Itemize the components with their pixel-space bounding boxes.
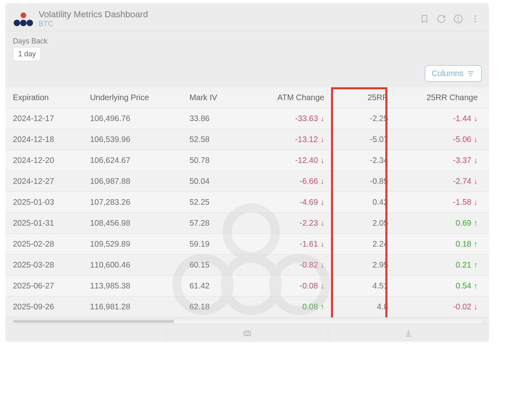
page-title: Volatility Metrics Dashboard [39, 9, 420, 20]
controls-bar: Days Back 1 day [6, 31, 489, 65]
cell: 4.51 [335, 276, 402, 296]
volatility-table: Expiration Underlying Price Mark IV ATM … [6, 87, 489, 317]
table-row[interactable]: 2025-06-27113,985.3861.42-0.084.510.54 [6, 276, 489, 296]
cell: -0.02 [402, 296, 489, 317]
cell: 0.08 [257, 296, 336, 317]
table-row[interactable]: 2024-12-27106,987.8850.04-6.66-0.85-2.74 [6, 171, 489, 192]
table-row[interactable]: 2024-12-17106,496.7633.86-33.63-2.25-1.4… [6, 108, 489, 129]
cell: 62.18 [182, 296, 257, 317]
cell: -2.25 [335, 108, 402, 129]
download-button[interactable] [328, 324, 489, 342]
footer-left [6, 324, 167, 342]
more-menu-icon[interactable] [470, 14, 480, 24]
table-row[interactable]: 2024-12-20106,624.6750.78-12.40-2.34-3.3… [6, 150, 489, 171]
cell: 61.42 [182, 276, 257, 296]
cell: -5.06 [402, 129, 489, 150]
svg-point-2 [20, 20, 27, 26]
cell: 2.24 [335, 234, 402, 255]
cell: 2.95 [335, 255, 402, 276]
asset-subtitle: BTC [39, 20, 420, 28]
svg-point-17 [246, 332, 248, 335]
cell: 2025-09-26 [6, 296, 83, 317]
footer-toolbar [6, 324, 489, 342]
cell: 106,624.67 [83, 150, 182, 171]
refresh-icon[interactable] [437, 14, 446, 24]
cell: -13.12 [257, 129, 336, 150]
alert-icon[interactable] [453, 14, 463, 24]
cell: 2025-06-27 [6, 276, 83, 296]
cell: 106,539.96 [83, 129, 182, 150]
cell: 0.54 [402, 276, 489, 296]
screenshot-button[interactable] [167, 324, 328, 342]
cell: -1.61 [257, 234, 336, 255]
cell: 107,283.26 [83, 192, 182, 213]
cell: 2025-01-31 [6, 213, 83, 234]
table-row[interactable]: 2025-01-03107,283.2652.25-4.690.42-1.58 [6, 192, 489, 213]
cell: 2024-12-27 [6, 171, 83, 192]
col-header-atm-change[interactable]: ATM Change [257, 87, 336, 108]
col-header-expiration[interactable]: Expiration [6, 87, 83, 108]
cell: 110,600.46 [83, 255, 182, 276]
svg-point-9 [474, 21, 476, 23]
table-row[interactable]: 2025-01-31108,456.9857.28-2.232.050.69 [6, 213, 489, 234]
cell: 50.04 [182, 171, 257, 192]
cell: 2024-12-17 [6, 108, 83, 129]
cell: 50.78 [182, 150, 257, 171]
horizontal-scrollbar[interactable] [13, 320, 482, 324]
svg-point-6 [458, 21, 459, 21]
table-row[interactable]: 2025-03-28110,600.4660.15-0.822.950.21 [6, 255, 489, 276]
cell: -2.23 [257, 213, 336, 234]
svg-point-8 [474, 18, 476, 20]
cell: 2.05 [335, 213, 402, 234]
cell: 33.86 [182, 108, 257, 129]
cell: 2025-03-28 [6, 255, 83, 276]
svg-point-7 [474, 15, 476, 17]
cell: 2025-02-28 [6, 234, 83, 255]
table-row[interactable]: 2025-02-28109,529.8959.19-1.612.240.18 [6, 234, 489, 255]
table-row[interactable]: 2025-09-26116,981.2862.180.084.8-0.02 [6, 296, 489, 317]
columns-button[interactable]: Columns [425, 65, 482, 82]
cell: 0.18 [402, 234, 489, 255]
cell: 109,529.89 [83, 234, 182, 255]
cell: 4.8 [335, 296, 402, 317]
col-header-25rr[interactable]: 25RR [335, 87, 402, 108]
cell: -0.82 [257, 255, 336, 276]
brand-logo-icon [12, 11, 35, 27]
col-header-mark-iv[interactable]: Mark IV [182, 87, 257, 108]
svg-point-3 [27, 20, 33, 26]
cell: 0.21 [402, 255, 489, 276]
cell: 106,987.88 [83, 171, 182, 192]
col-header-underlying-price[interactable]: Underlying Price [83, 87, 182, 108]
cell: -4.69 [257, 192, 336, 213]
days-back-dropdown[interactable]: 1 day [13, 47, 41, 61]
header: Volatility Metrics Dashboard BTC [6, 3, 489, 31]
cell: -2.34 [335, 150, 402, 171]
cell: -1.58 [402, 192, 489, 213]
svg-point-1 [14, 20, 20, 26]
cell: 0.69 [402, 213, 489, 234]
cell: -1.44 [402, 108, 489, 129]
cell: 57.28 [182, 213, 257, 234]
camera-icon [243, 329, 252, 338]
cell: 60.15 [182, 255, 257, 276]
svg-point-0 [21, 12, 26, 18]
table-container: amberdata Expiration Underlying Price Ma… [6, 87, 489, 317]
table-header-row: Expiration Underlying Price Mark IV ATM … [6, 87, 489, 108]
cell: -5.07 [335, 129, 402, 150]
cell: 59.19 [182, 234, 257, 255]
cell: 0.42 [335, 192, 402, 213]
cell: 2024-12-18 [6, 129, 83, 150]
cell: 106,496.76 [83, 108, 182, 129]
dashboard-panel: Volatility Metrics Dashboard BTC Days Ba… [6, 3, 489, 342]
download-icon [404, 329, 413, 338]
columns-filter-icon [467, 70, 475, 78]
cell: -0.08 [257, 276, 336, 296]
table-row[interactable]: 2024-12-18106,539.9652.58-13.12-5.07-5.0… [6, 129, 489, 150]
col-header-25rr-change[interactable]: 25RR Change [402, 87, 489, 108]
bookmark-icon[interactable] [420, 14, 429, 24]
cell: 108,456.98 [83, 213, 182, 234]
scrollbar-thumb[interactable] [13, 320, 174, 323]
cell: -3.37 [402, 150, 489, 171]
cell: -0.85 [335, 171, 402, 192]
cell: 113,985.38 [83, 276, 182, 296]
